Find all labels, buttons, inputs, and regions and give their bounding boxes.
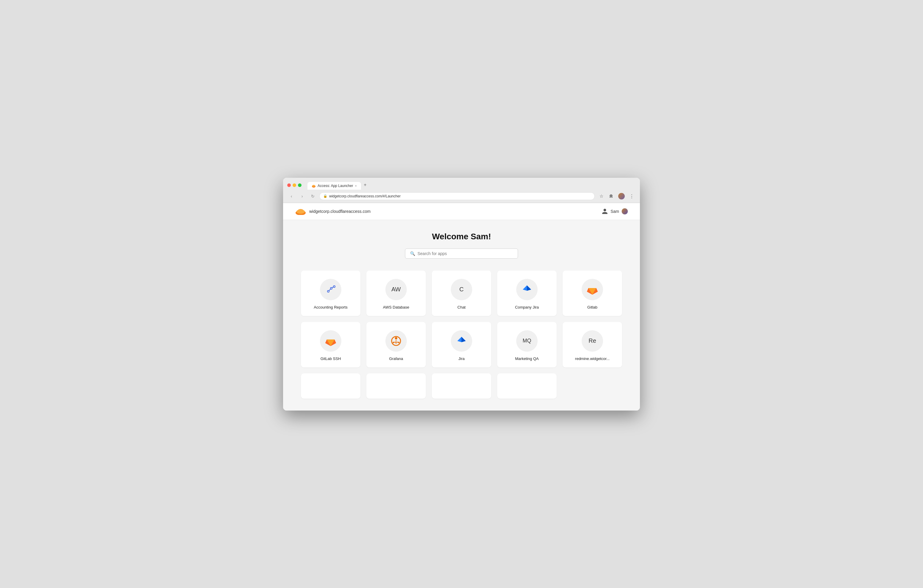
app-name-company-jira: Company Jira	[515, 305, 539, 309]
apps-grid-row3-partial	[301, 373, 622, 399]
app-card-aws-database[interactable]: AW AWS Database	[366, 271, 426, 316]
browser-titlebar: Access: App Launcher × +	[283, 178, 640, 190]
app-card-marketing-qa[interactable]: MQ Marketing QA	[497, 322, 557, 368]
app-icon-chat: C	[451, 279, 472, 300]
app-icon-gitlab	[581, 279, 603, 300]
app-card-gitlab[interactable]: Gitlab	[563, 271, 622, 316]
bookmark-icon[interactable]: ☆	[597, 192, 605, 200]
app-icon-aws-database: AW	[385, 279, 407, 300]
app-icon-accounting-reports	[320, 279, 342, 300]
user-avatar-toolbar[interactable]	[618, 192, 626, 200]
page-main: Welcome Sam! 🔍	[283, 220, 640, 411]
toolbar-actions: ☆ ⋮	[597, 192, 636, 200]
app-card-company-jira[interactable]: Company Jira	[497, 271, 557, 316]
app-icon-gitlab-ssh	[320, 330, 342, 351]
aws-icon-text: AW	[391, 286, 401, 293]
svg-point-1	[312, 185, 315, 187]
page-header: widgetcorp.cloudflareaccess.com Sam	[283, 203, 640, 220]
tab-favicon	[312, 184, 316, 188]
app-name-marketing-qa: Marketing QA	[515, 356, 539, 361]
app-icon-marketing-qa: MQ	[516, 330, 538, 351]
search-box[interactable]: 🔍	[405, 248, 518, 259]
app-card-partial-1[interactable]	[301, 373, 360, 399]
user-info[interactable]: Sam	[601, 208, 628, 215]
app-card-redmine[interactable]: Re redmine.widgetcor...	[563, 322, 622, 368]
page-content: widgetcorp.cloudflareaccess.com Sam Welc…	[283, 203, 640, 411]
search-input[interactable]	[417, 251, 513, 256]
app-card-partial-2[interactable]	[366, 373, 426, 399]
app-name-grafana: Grafana	[389, 356, 403, 361]
account-icon	[601, 208, 608, 215]
minimize-button[interactable]	[292, 184, 296, 187]
app-card-chat[interactable]: C Chat	[432, 271, 491, 316]
marketing-qa-icon-text: MQ	[523, 338, 531, 344]
app-card-partial-5-empty	[563, 373, 622, 399]
user-avatar	[621, 208, 628, 215]
apps-grid-row2: GitLab SSH	[301, 322, 622, 368]
back-button[interactable]: ‹	[287, 192, 296, 200]
tab-close-button[interactable]: ×	[355, 184, 357, 187]
lock-icon: 🔒	[323, 194, 327, 198]
maximize-button[interactable]	[298, 184, 302, 187]
app-name-jira: Jira	[458, 356, 465, 361]
menu-icon[interactable]: ⋮	[627, 192, 636, 200]
svg-point-10	[395, 337, 397, 340]
app-name-aws-database: AWS Database	[383, 305, 409, 309]
browser-chrome: Access: App Launcher × + ‹ › ↻ 🔒 widgetc…	[283, 178, 640, 203]
active-tab[interactable]: Access: App Launcher ×	[307, 182, 361, 190]
app-card-accounting-reports[interactable]: Accounting Reports	[301, 271, 360, 316]
user-name: Sam	[611, 209, 619, 214]
redmine-icon-text: Re	[588, 337, 596, 344]
extensions-icon[interactable]	[607, 192, 616, 200]
app-name-gitlab: Gitlab	[587, 305, 598, 309]
svg-point-4	[298, 209, 304, 213]
app-card-partial-4[interactable]	[497, 373, 557, 399]
apps-grid-row1: Accounting Reports AW AWS Database C Cha…	[301, 271, 622, 316]
new-tab-button[interactable]: +	[361, 181, 370, 189]
brand: widgetcorp.cloudflareaccess.com	[295, 208, 371, 215]
app-name-redmine: redmine.widgetcor...	[575, 356, 609, 361]
chat-icon-text: C	[460, 286, 463, 293]
app-card-partial-3[interactable]	[432, 373, 491, 399]
address-bar[interactable]: 🔒 widgetcorp.cloudflareaccess.com/#/Laun…	[319, 192, 595, 200]
app-name-gitlab-ssh: GitLab SSH	[320, 356, 341, 361]
app-name-accounting-reports: Accounting Reports	[314, 305, 347, 309]
traffic-lights	[287, 184, 302, 187]
browser-toolbar: ‹ › ↻ 🔒 widgetcorp.cloudflareaccess.com/…	[283, 190, 640, 203]
welcome-title: Welcome Sam!	[301, 232, 622, 241]
refresh-button[interactable]: ↻	[309, 192, 317, 200]
app-icon-company-jira	[516, 279, 538, 300]
tabs-bar: Access: App Launcher × +	[307, 181, 636, 190]
app-name-chat: Chat	[457, 305, 465, 309]
search-container: 🔍	[301, 248, 622, 259]
app-icon-redmine: Re	[581, 330, 603, 351]
svg-point-11	[393, 342, 394, 343]
svg-point-13	[395, 340, 397, 342]
tab-title: Access: App Launcher	[318, 184, 353, 188]
app-icon-grafana	[385, 330, 407, 351]
address-text: widgetcorp.cloudflareaccess.com/#/Launch…	[329, 194, 591, 198]
app-card-jira[interactable]: Jira	[432, 322, 491, 368]
cloudflare-logo	[295, 208, 306, 215]
brand-domain: widgetcorp.cloudflareaccess.com	[309, 209, 371, 214]
browser-window: Access: App Launcher × + ‹ › ↻ 🔒 widgetc…	[283, 178, 640, 411]
forward-button[interactable]: ›	[298, 192, 306, 200]
app-icon-jira	[451, 330, 472, 351]
app-card-grafana[interactable]: Grafana	[366, 322, 426, 368]
search-icon: 🔍	[410, 251, 415, 256]
app-card-gitlab-ssh[interactable]: GitLab SSH	[301, 322, 360, 368]
svg-point-12	[398, 342, 400, 343]
close-button[interactable]	[287, 184, 291, 187]
